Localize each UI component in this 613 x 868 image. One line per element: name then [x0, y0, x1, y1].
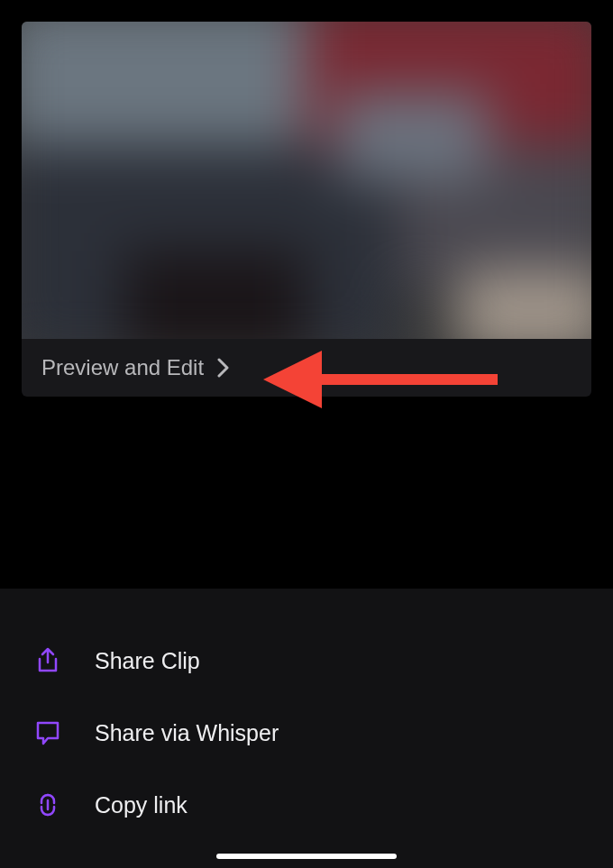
home-indicator[interactable]	[216, 854, 397, 859]
video-preview-card: Preview and Edit	[22, 22, 591, 397]
share-whisper-label: Share via Whisper	[95, 720, 279, 746]
preview-edit-label: Preview and Edit	[41, 355, 204, 380]
copy-link-label: Copy link	[95, 792, 188, 818]
chat-icon	[32, 717, 64, 749]
video-thumbnail	[22, 22, 591, 339]
share-icon	[32, 644, 64, 677]
copy-link-option[interactable]: Copy link	[0, 769, 613, 841]
share-whisper-option[interactable]: Share via Whisper	[0, 697, 613, 769]
share-clip-option[interactable]: Share Clip	[0, 625, 613, 697]
link-icon	[32, 789, 64, 821]
preview-and-edit-button[interactable]: Preview and Edit	[22, 339, 591, 397]
share-sheet: Share Clip Share via Whisper Copy link	[0, 589, 613, 868]
share-clip-label: Share Clip	[95, 648, 200, 674]
blurred-preview-image	[22, 22, 591, 339]
chevron-right-icon	[215, 355, 233, 380]
